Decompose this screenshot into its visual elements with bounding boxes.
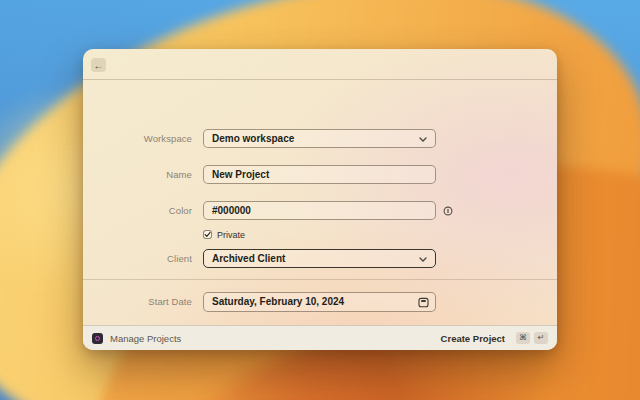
checkmark-icon bbox=[204, 231, 211, 238]
client-value: Archived Client bbox=[212, 253, 285, 264]
form-row-workspace: Workspace Demo workspace bbox=[83, 129, 557, 148]
private-checkbox-label[interactable]: Private bbox=[217, 230, 245, 240]
section-divider bbox=[83, 279, 557, 280]
create-project-window: ← Workspace Demo workspace Name New Proj… bbox=[83, 49, 557, 350]
start-date-label: Start Date bbox=[83, 296, 192, 307]
workspace-value: Demo workspace bbox=[212, 133, 294, 144]
app-icon-ring bbox=[95, 336, 100, 341]
command-key-icon[interactable]: ⌘ bbox=[516, 332, 530, 344]
form-row-color: Color #000000 bbox=[83, 201, 557, 220]
return-key-icon[interactable]: ↵ bbox=[534, 332, 548, 344]
create-project-button[interactable]: Create Project bbox=[441, 333, 505, 344]
desktop: ← Workspace Demo workspace Name New Proj… bbox=[0, 0, 640, 400]
window-header: ← bbox=[83, 49, 557, 80]
workspace-dropdown[interactable]: Demo workspace bbox=[203, 129, 436, 148]
chevron-down-icon bbox=[419, 257, 427, 262]
name-value: New Project bbox=[212, 169, 269, 180]
start-date-picker[interactable]: Saturday, February 10, 2024 bbox=[203, 292, 436, 312]
footer-command-name: Manage Projects bbox=[110, 333, 181, 344]
info-icon[interactable] bbox=[443, 206, 453, 216]
form-row-name: Name New Project bbox=[83, 165, 557, 184]
window-footer: Manage Projects Create Project ⌘ ↵ bbox=[83, 325, 557, 350]
calendar-icon bbox=[418, 297, 429, 308]
form-row-start-date: Start Date Saturday, February 10, 2024 bbox=[83, 292, 557, 311]
name-input[interactable]: New Project bbox=[203, 165, 436, 184]
color-value: #000000 bbox=[212, 205, 251, 216]
workspace-label: Workspace bbox=[83, 133, 192, 144]
back-button[interactable]: ← bbox=[91, 58, 106, 72]
form-row-private: Private bbox=[83, 229, 557, 240]
color-label: Color bbox=[83, 205, 192, 216]
client-dropdown[interactable]: Archived Client bbox=[203, 249, 436, 268]
client-label: Client bbox=[83, 253, 192, 264]
color-input[interactable]: #000000 bbox=[203, 201, 436, 220]
private-checkbox[interactable] bbox=[203, 230, 212, 239]
app-icon bbox=[92, 333, 103, 344]
chevron-down-icon bbox=[419, 137, 427, 142]
start-date-value: Saturday, February 10, 2024 bbox=[212, 296, 344, 307]
name-label: Name bbox=[83, 169, 192, 180]
form-row-client: Client Archived Client bbox=[83, 249, 557, 268]
